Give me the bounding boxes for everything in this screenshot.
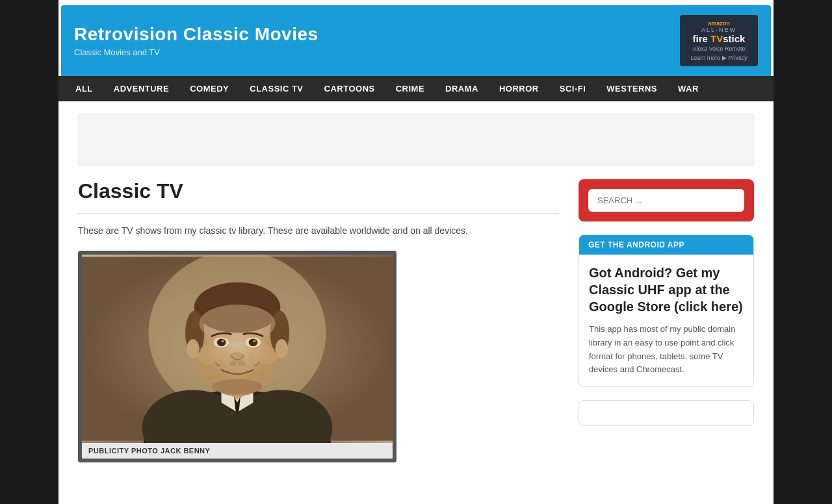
nav-item-comedy: COMEDY	[179, 76, 239, 101]
nav-link-sci-fi[interactable]: SCI-FI	[549, 76, 597, 101]
android-widget-body: Got Android? Get my Classic UHF app at t…	[579, 255, 753, 386]
nav-link-cartoons[interactable]: CARTOONS	[314, 76, 385, 101]
svg-point-24	[253, 346, 278, 365]
nav-link-war[interactable]: WAR	[668, 76, 709, 101]
amazon-label: amazon	[688, 20, 750, 27]
android-widget-title[interactable]: Got Android? Get my Classic UHF app at t…	[589, 264, 744, 315]
main-nav: ALLADVENTURECOMEDYCLASSIC TVCARTOONSCRIM…	[58, 76, 774, 101]
svg-point-26	[276, 340, 289, 359]
search-input[interactable]	[588, 189, 744, 212]
nav-link-horror[interactable]: HORROR	[489, 76, 549, 101]
svg-point-25	[187, 340, 200, 359]
nav-item-crime: CRIME	[385, 76, 435, 101]
search-widget	[578, 179, 754, 221]
nav-link-classic-tv[interactable]: CLASSIC TV	[239, 76, 313, 101]
svg-point-17	[249, 339, 258, 347]
all-new-label: ALL-NEW	[688, 27, 750, 33]
nav-item-war: WAR	[668, 76, 709, 101]
nav-item-adventure: ADVENTURE	[103, 76, 179, 101]
content-layout: Classic TV These are TV shows from my cl…	[78, 179, 754, 462]
nav-item-westerns: WESTERNS	[596, 76, 668, 101]
header-ad[interactable]: amazon ALL-NEW fire TVstick Alexa Voice …	[680, 15, 758, 66]
svg-point-23	[196, 346, 222, 365]
nav-link-comedy[interactable]: COMEDY	[179, 76, 239, 101]
content-image-wrapper: PUBLICITY PHOTO JACK BENNY	[78, 251, 396, 462]
sidebar: GET THE ANDROID APP Got Android? Get my …	[578, 179, 754, 462]
nav-link-adventure[interactable]: ADVENTURE	[103, 76, 179, 101]
ad-space	[78, 114, 754, 166]
nav-item-horror: HORROR	[489, 76, 549, 101]
site-header: Retrovision Classic Movies Classic Movie…	[61, 5, 771, 76]
page-description: These are TV shows from my classic tv li…	[78, 223, 559, 238]
site-subtitle: Classic Movies and TV	[74, 47, 318, 57]
svg-point-27	[212, 379, 263, 394]
page-title: Classic TV	[78, 179, 559, 214]
svg-point-21	[229, 361, 237, 366]
site-branding: Retrovision Classic Movies Classic Movie…	[74, 24, 318, 57]
svg-point-22	[238, 361, 246, 366]
main-content-wrapper: Classic TV These are TV shows from my cl…	[58, 101, 774, 475]
nav-item-all: ALL	[65, 76, 103, 101]
android-widget: GET THE ANDROID APP Got Android? Get my …	[578, 234, 754, 387]
content-image	[82, 255, 393, 443]
svg-point-18	[222, 340, 224, 343]
nav-item-drama: DRAMA	[435, 76, 489, 101]
nav-link-crime[interactable]: CRIME	[385, 76, 435, 101]
nav-link-drama[interactable]: DRAMA	[435, 76, 489, 101]
nav-link-all[interactable]: ALL	[65, 76, 103, 101]
nav-item-cartoons: CARTOONS	[314, 76, 385, 101]
second-widget	[578, 400, 754, 426]
android-widget-header: GET THE ANDROID APP	[579, 235, 753, 255]
image-caption: PUBLICITY PHOTO JACK BENNY	[82, 443, 393, 459]
nav-link-westerns[interactable]: WESTERNS	[596, 76, 668, 101]
fire-tv-label: fire TVstick	[688, 33, 750, 44]
site-title: Retrovision Classic Movies	[74, 24, 318, 45]
nav-item-classic-tv: CLASSIC TV	[239, 76, 313, 101]
nav-item-sci-fi: SCI-FI	[549, 76, 597, 101]
alexa-label: Alexa Voice Remote	[688, 45, 750, 52]
svg-point-13	[199, 305, 275, 343]
main-content: Classic TV These are TV shows from my cl…	[78, 179, 559, 462]
android-widget-text: This app has most of my public domain li…	[589, 323, 744, 377]
learn-more-link[interactable]: Learn more ▶ Privacy	[688, 55, 750, 61]
svg-point-19	[253, 340, 255, 343]
svg-point-16	[217, 339, 226, 347]
